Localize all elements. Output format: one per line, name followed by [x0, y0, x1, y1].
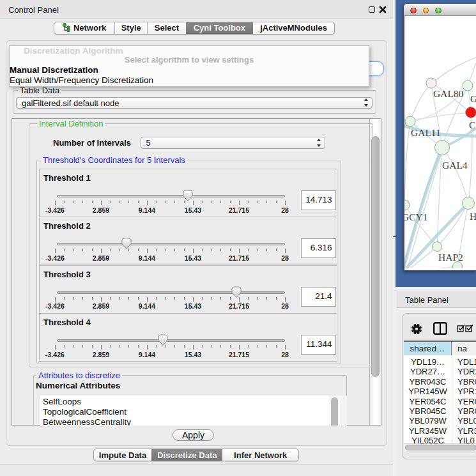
svg-text:C: C [469, 119, 475, 130]
svg-text:HAP2: HAP2 [438, 252, 463, 263]
svg-text:GAL4: GAL4 [442, 160, 468, 171]
svg-text:H: H [470, 211, 476, 222]
svg-text:GA: GA [470, 93, 476, 104]
svg-text:GCY1: GCY1 [404, 211, 427, 222]
svg-text:GAL11: GAL11 [411, 127, 441, 138]
svg-text:GAL80: GAL80 [433, 88, 464, 99]
